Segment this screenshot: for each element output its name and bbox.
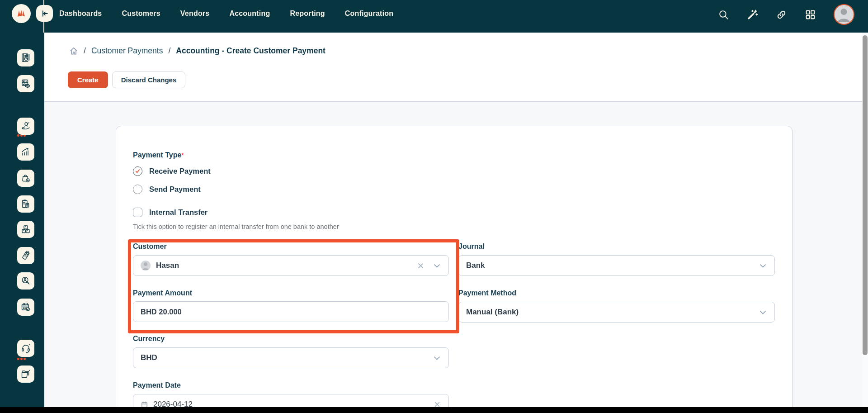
sidebar-item-customers[interactable] [17, 118, 34, 135]
sidebar-item-purchases[interactable] [17, 170, 34, 187]
sidebar-item-support[interactable] [17, 340, 34, 357]
page-header: / Customer Payments / Accounting - Creat… [44, 33, 868, 102]
breadcrumb: / Customer Payments / Accounting - Creat… [69, 46, 326, 56]
logo-mark-icon [15, 8, 27, 19]
user-avatar[interactable] [834, 4, 854, 25]
main-nav: Dashboards Customers Vendors Accounting … [59, 0, 393, 27]
payment-amount-value: BHD 20.000 [141, 308, 182, 316]
breadcrumb-separator: / [168, 46, 170, 56]
payment-method-label: Payment Method [458, 289, 775, 298]
create-button[interactable]: Create [68, 71, 108, 88]
breadcrumb-current-page: Accounting - Create Customer Payment [176, 46, 326, 56]
payment-form-card: Payment Type* Receive Payment Send Payme… [116, 126, 793, 413]
customer-label: Customer [133, 242, 449, 251]
chevron-down-icon[interactable] [759, 261, 767, 270]
radio-selected-icon [133, 166, 142, 176]
home-icon[interactable] [69, 47, 78, 56]
search-icon[interactable] [718, 9, 729, 20]
link-icon[interactable] [776, 9, 787, 20]
app-sidebar [0, 33, 44, 407]
app-logo[interactable] [12, 4, 31, 23]
sidebar-collapse-button[interactable] [36, 5, 53, 22]
internal-transfer-help: Tick this option to register an internal… [133, 223, 775, 231]
breadcrumb-customer-payments[interactable]: Customer Payments [91, 46, 163, 56]
nav-configuration[interactable]: Configuration [345, 9, 393, 18]
checkbox-icon [133, 208, 142, 217]
chevron-down-icon[interactable] [759, 308, 767, 317]
nav-vendors[interactable]: Vendors [180, 9, 210, 18]
payment-type-label: Payment Type* [133, 151, 775, 160]
chevron-down-icon[interactable] [433, 354, 441, 362]
payment-amount-input[interactable]: BHD 20.000 [133, 301, 449, 322]
chevron-down-icon[interactable] [433, 261, 441, 270]
sidebar-item-reports[interactable] [17, 49, 34, 66]
form-right-column: Journal Bank Payment Method Manual (Bank… [458, 242, 775, 413]
currency-value: BHD [141, 353, 157, 362]
person-icon [835, 5, 853, 24]
page-content: Payment Type* Receive Payment Send Payme… [44, 102, 868, 413]
nav-dashboards[interactable]: Dashboards [59, 9, 102, 18]
topbar-icons [718, 0, 854, 29]
discard-changes-button[interactable]: Discard Changes [112, 71, 186, 88]
topbar: Dashboards Customers Vendors Accounting … [0, 0, 868, 33]
currency-label: Currency [133, 334, 449, 343]
form-actions: Create Discard Changes [68, 71, 185, 88]
nav-customers[interactable]: Customers [122, 9, 160, 18]
bottom-black-bar [0, 407, 868, 413]
scrollbar-thumb[interactable] [863, 35, 868, 355]
sidebar-item-pos[interactable] [17, 247, 34, 264]
payment-amount-label: Payment Amount [133, 289, 449, 298]
page-scrollbar[interactable] [862, 33, 868, 413]
sidebar-item-inventory[interactable] [17, 221, 34, 238]
customer-value: Hasan [156, 261, 179, 270]
journal-select[interactable]: Bank [458, 255, 775, 276]
nav-accounting[interactable]: Accounting [229, 9, 270, 18]
payment-date-label: Payment Date [133, 381, 449, 390]
nav-reporting[interactable]: Reporting [290, 9, 325, 18]
payment-method-select[interactable]: Manual (Bank) [458, 302, 775, 323]
collapse-arrow-icon [40, 9, 49, 18]
customer-avatar [141, 261, 151, 271]
form-left-column: Customer Hasan Payment Amount [133, 242, 449, 413]
checkbox-internal-transfer[interactable]: Internal Transfer [133, 207, 775, 217]
radio-receive-payment[interactable]: Receive Payment [133, 166, 775, 176]
radio-unselected-icon [133, 185, 142, 194]
journal-label: Journal [458, 242, 775, 251]
sidebar-item-accounting[interactable] [17, 75, 34, 92]
customer-select[interactable]: Hasan [133, 255, 449, 276]
sidebar-item-attendance[interactable] [17, 299, 34, 316]
magic-wand-icon[interactable] [747, 9, 758, 20]
sidebar-item-documents[interactable] [17, 366, 34, 383]
sidebar-item-billing[interactable] [17, 195, 34, 213]
radio-send-payment[interactable]: Send Payment [133, 184, 775, 194]
payment-method-value: Manual (Bank) [466, 308, 519, 317]
clear-customer-icon[interactable] [416, 261, 425, 270]
sidebar-item-sales[interactable] [17, 143, 34, 161]
currency-select[interactable]: BHD [133, 347, 449, 368]
breadcrumb-separator: / [84, 46, 86, 56]
journal-value: Bank [466, 261, 485, 270]
sidebar-more-dots[interactable] [17, 358, 26, 361]
required-asterisk: * [181, 152, 184, 159]
apps-grid-icon[interactable] [805, 9, 816, 20]
sidebar-item-recruitment[interactable] [17, 272, 34, 290]
